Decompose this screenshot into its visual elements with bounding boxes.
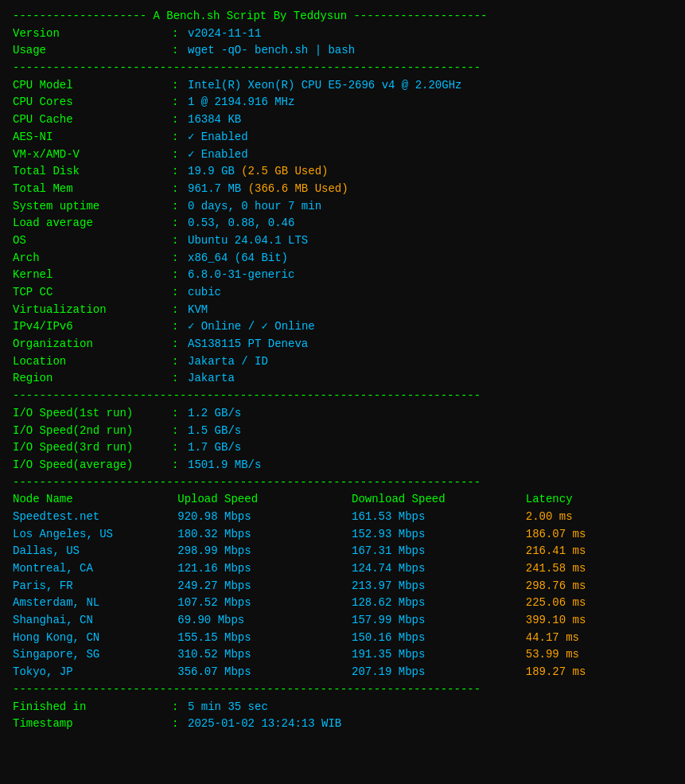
speed-node: Singapore, SG	[13, 646, 177, 664]
cpu-cache-row: CPU Cache : 16384 KB	[13, 111, 672, 129]
speed-download: 128.62 Mbps	[352, 595, 526, 612]
speed-table-row: Los Angeles, US180.32 Mbps152.93 Mbps186…	[13, 526, 672, 544]
speed-upload: 121.16 Mbps	[177, 560, 352, 578]
speed-download: 150.16 Mbps	[352, 630, 526, 647]
col-upload-header: Upload Speed	[177, 491, 352, 509]
system-separator: ----------------------------------------…	[13, 388, 672, 405]
speed-latency: 225.06 ms	[526, 595, 672, 612]
speed-node: Shanghai, CN	[13, 612, 177, 630]
speed-table-row: Montreal, CA121.16 Mbps124.74 Mbps241.58…	[13, 560, 672, 578]
cpu-cache-label: CPU Cache	[13, 111, 172, 129]
speed-download: 191.35 Mbps	[352, 646, 526, 664]
system-section: CPU Model : Intel(R) Xeon(R) CPU E5-2696…	[13, 77, 672, 405]
speed-table: Node Name Upload Speed Download Speed La…	[13, 491, 672, 681]
version-value: v2024-11-11	[188, 25, 672, 43]
speed-node: Paris, FR	[13, 578, 177, 595]
speed-node: Hong Kong, CN	[13, 630, 177, 647]
version-row: Version : v2024-11-11	[13, 25, 672, 43]
arch-label: Arch	[13, 250, 172, 267]
cpu-model-label: CPU Model	[13, 77, 172, 95]
io-run1-value: 1.2 GB/s	[188, 405, 672, 423]
tcp-value: cubic	[188, 284, 672, 302]
io-section: I/O Speed(1st run) : 1.2 GB/s I/O Speed(…	[13, 405, 672, 491]
header-separator-top: -------------------- A Bench.sh Script B…	[13, 8, 672, 25]
total-disk-label: Total Disk	[13, 163, 172, 181]
location-row: Location : Jakarta / ID	[13, 353, 672, 371]
load-value: 0.53, 0.88, 0.46	[188, 215, 672, 232]
speed-upload: 920.98 Mbps	[177, 509, 352, 526]
region-label: Region	[13, 370, 172, 388]
virt-value: KVM	[188, 302, 672, 319]
io-run2-value: 1.5 GB/s	[188, 423, 672, 440]
speed-upload: 107.52 Mbps	[177, 595, 352, 612]
load-row: Load average : 0.53, 0.88, 0.46	[13, 215, 672, 232]
speed-latency: 189.27 ms	[526, 664, 672, 681]
org-value: AS138115 PT Deneva	[188, 336, 672, 353]
usage-value: wget -qO- bench.sh | bash	[188, 42, 672, 60]
speed-upload: 69.90 Mbps	[177, 612, 352, 630]
io-run2-row: I/O Speed(2nd run) : 1.5 GB/s	[13, 423, 672, 440]
header-separator-bottom: ----------------------------------------…	[13, 60, 672, 77]
timestamp-label: Timestamp	[13, 716, 172, 733]
finished-label: Finished in	[13, 699, 172, 716]
footer-section: Finished in : 5 min 35 sec Timestamp : 2…	[13, 699, 672, 733]
speed-table-row: Singapore, SG310.52 Mbps191.35 Mbps53.99…	[13, 646, 672, 664]
load-label: Load average	[13, 215, 172, 232]
total-disk-value: 19.9 GB (2.5 GB Used)	[188, 163, 672, 181]
io-run3-label: I/O Speed(3rd run)	[13, 439, 172, 457]
speed-download: 124.74 Mbps	[352, 560, 526, 578]
arch-value: x86_64 (64 Bit)	[188, 250, 672, 267]
speed-table-header: Node Name Upload Speed Download Speed La…	[13, 491, 672, 509]
cpu-cores-value: 1 @ 2194.916 MHz	[188, 94, 672, 111]
cpu-model-value: Intel(R) Xeon(R) CPU E5-2696 v4 @ 2.20GH…	[188, 77, 672, 95]
cpu-cores-label: CPU Cores	[13, 94, 172, 111]
tcp-label: TCP CC	[13, 284, 172, 302]
speed-table-row: Hong Kong, CN155.15 Mbps150.16 Mbps44.17…	[13, 630, 672, 647]
io-run2-label: I/O Speed(2nd run)	[13, 423, 172, 440]
speed-upload: 356.07 Mbps	[177, 664, 352, 681]
virt-label: Virtualization	[13, 302, 172, 319]
speed-node: Speedtest.net	[13, 509, 177, 526]
vm-amd-label: VM-x/AMD-V	[13, 146, 172, 164]
os-label: OS	[13, 232, 172, 250]
org-label: Organization	[13, 336, 172, 353]
os-value: Ubuntu 24.04.1 LTS	[188, 232, 672, 250]
speed-upload: 249.27 Mbps	[177, 578, 352, 595]
speed-download: 157.99 Mbps	[352, 612, 526, 630]
speed-latency: 53.99 ms	[526, 646, 672, 664]
speed-separator: ----------------------------------------…	[13, 681, 672, 699]
arch-row: Arch : x86_64 (64 Bit)	[13, 250, 672, 267]
ipv-value: ✓ Online / ✓ Online	[188, 318, 672, 336]
speed-table-row: Paris, FR249.27 Mbps213.97 Mbps298.76 ms	[13, 578, 672, 595]
ipv-row: IPv4/IPv6 : ✓ Online / ✓ Online	[13, 318, 672, 336]
total-mem-row: Total Mem : 961.7 MB (366.6 MB Used)	[13, 181, 672, 198]
speed-table-body: Speedtest.net920.98 Mbps161.53 Mbps2.00 …	[13, 509, 672, 681]
speed-upload: 180.32 Mbps	[177, 526, 352, 544]
location-value: Jakarta / ID	[188, 353, 672, 371]
speed-table-row: Shanghai, CN69.90 Mbps157.99 Mbps399.10 …	[13, 612, 672, 630]
aes-ni-label: AES-NI	[13, 129, 172, 146]
usage-label: Usage	[13, 42, 172, 60]
virt-row: Virtualization : KVM	[13, 302, 672, 319]
speed-upload: 155.15 Mbps	[177, 630, 352, 647]
speed-upload: 310.52 Mbps	[177, 646, 352, 664]
speed-table-row: Speedtest.net920.98 Mbps161.53 Mbps2.00 …	[13, 509, 672, 526]
aes-ni-row: AES-NI : ✓ Enabled	[13, 129, 672, 146]
vm-amd-row: VM-x/AMD-V : ✓ Enabled	[13, 146, 672, 164]
ipv-label: IPv4/IPv6	[13, 318, 172, 336]
speed-node: Tokyo, JP	[13, 664, 177, 681]
total-disk-row: Total Disk : 19.9 GB (2.5 GB Used)	[13, 163, 672, 181]
io-run1-label: I/O Speed(1st run)	[13, 405, 172, 423]
io-run1-row: I/O Speed(1st run) : 1.2 GB/s	[13, 405, 672, 423]
speed-table-row: Dallas, US298.99 Mbps167.31 Mbps216.41 m…	[13, 543, 672, 560]
speed-node: Montreal, CA	[13, 560, 177, 578]
speed-latency: 241.58 ms	[526, 560, 672, 578]
kernel-value: 6.8.0-31-generic	[188, 267, 672, 284]
speed-node: Amsterdam, NL	[13, 595, 177, 612]
io-avg-value: 1501.9 MB/s	[188, 457, 672, 474]
speed-download: 161.53 Mbps	[352, 509, 526, 526]
speed-latency: 399.10 ms	[526, 612, 672, 630]
finished-row: Finished in : 5 min 35 sec	[13, 699, 672, 716]
version-label: Version	[13, 25, 172, 43]
speed-table-row: Amsterdam, NL107.52 Mbps128.62 Mbps225.0…	[13, 595, 672, 612]
